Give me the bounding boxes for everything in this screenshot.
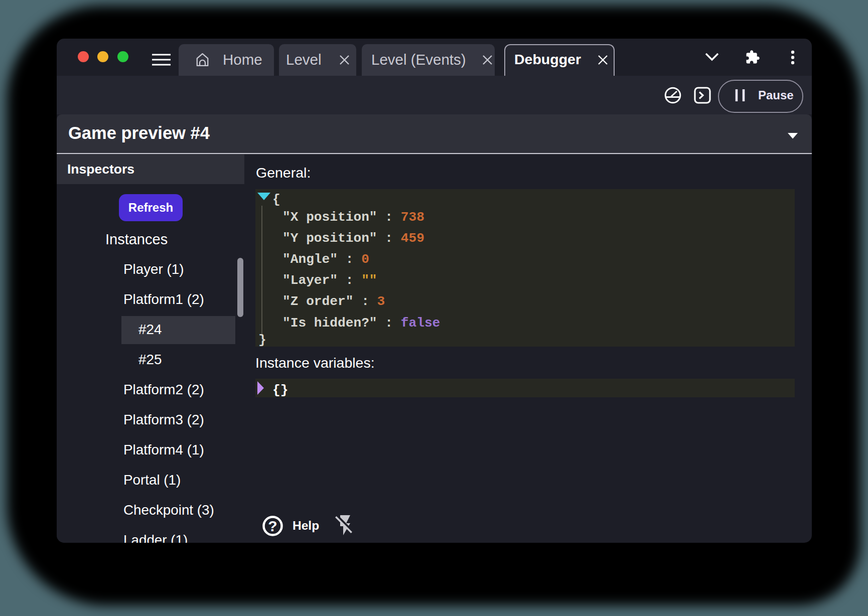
svg-text:?: ? xyxy=(268,518,277,534)
